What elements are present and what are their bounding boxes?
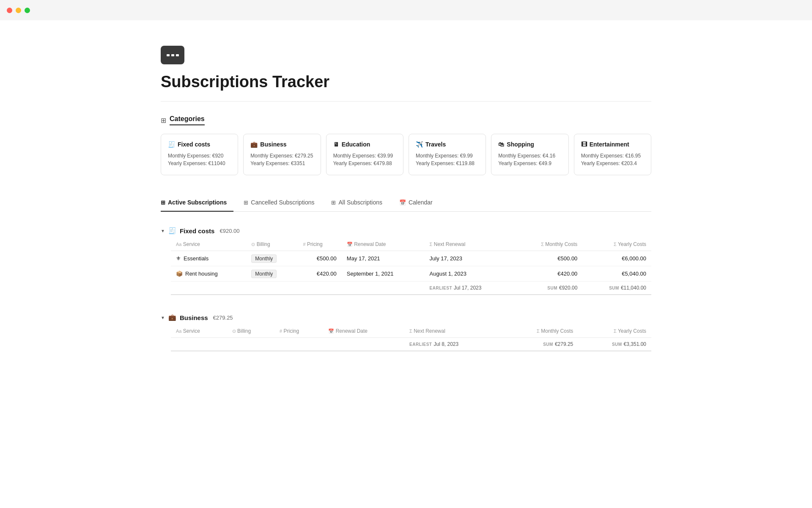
tab-all[interactable]: ⊞ All Subscriptions: [331, 196, 389, 212]
category-card-education[interactable]: 🖥 Education Monthly Expenses: €39.99 Yea…: [326, 134, 403, 175]
cell-next-renewal-1: August 1, 2023: [425, 266, 515, 282]
summary-next-renewal-business: EARLIESTJul 8, 2023: [404, 338, 502, 351]
tab-icon-calendar: 📅: [399, 199, 406, 206]
category-icon-shopping: 🛍: [498, 141, 504, 148]
group-business: ▼ 💼 Business €279.25 Aa Service ⊙ Billin…: [161, 309, 651, 351]
group-name-fixed-costs: Fixed costs: [180, 227, 215, 235]
service-icon-0: ⚜: [176, 255, 181, 262]
category-card-business[interactable]: 💼 Business Monthly Expenses: €279.25 Yea…: [243, 134, 321, 175]
tab-label-active: Active Subscriptions: [168, 199, 227, 206]
page-icon: [161, 46, 184, 64]
minimize-button[interactable]: [16, 8, 21, 13]
th-service: Aa Service: [171, 325, 227, 338]
summary-monthly-business: SUM€279.25: [502, 338, 578, 351]
category-monthly-fixed-costs: Monthly Expenses: €920: [168, 153, 231, 159]
title-divider: [161, 101, 651, 102]
category-icon-education: 🖥: [333, 141, 339, 148]
category-icon-fixed-costs: 🧾: [168, 141, 175, 148]
cell-monthly-0: €500.00: [515, 251, 582, 266]
category-card-entertainment[interactable]: 🎞 Entertainment Monthly Expenses: €16.95…: [574, 134, 651, 175]
maximize-button[interactable]: [25, 8, 30, 13]
tab-calendar[interactable]: 📅 Calendar: [399, 196, 439, 212]
category-yearly-travels: Yearly Expenses: €119.88: [416, 160, 479, 166]
group-fixed-costs: ▼ 🧾 Fixed costs €920.00 Aa Service ⊙ Bil…: [161, 222, 651, 295]
category-title-entertainment: 🎞 Entertainment: [581, 141, 644, 148]
close-button[interactable]: [7, 8, 12, 13]
category-icon-entertainment: 🎞: [581, 141, 587, 148]
cell-pricing-0: €500.00: [298, 251, 342, 266]
tab-label-calendar: Calendar: [409, 199, 433, 206]
titlebar: [0, 0, 812, 20]
cell-renewal-date-1: September 1, 2021: [342, 266, 425, 282]
tab-cancelled[interactable]: ⊞ Cancelled Subscriptions: [244, 196, 321, 212]
cell-monthly-1: €420.00: [515, 266, 582, 282]
category-yearly-shopping: Yearly Expenses: €49.9: [498, 160, 561, 166]
categories-title: Categories: [170, 115, 205, 125]
cell-service-1: 📦 Rent housing: [171, 266, 246, 282]
summary-next-renewal-fixed-costs: EARLIESTJul 17, 2023: [425, 282, 515, 295]
table-row[interactable]: ⚜ Essentials Monthly €500.00 May 17, 202…: [171, 251, 651, 266]
group-header-business[interactable]: ▼ 💼 Business €279.25: [161, 309, 651, 325]
category-title-education: 🖥 Education: [333, 141, 396, 148]
category-card-shopping[interactable]: 🛍 Shopping Monthly Expenses: €4.16 Yearl…: [491, 134, 568, 175]
page-title: Subscriptions Tracker: [161, 73, 651, 91]
tab-label-cancelled: Cancelled Subscriptions: [251, 199, 314, 206]
categories-grid: 🧾 Fixed costs Monthly Expenses: €920 Yea…: [161, 134, 651, 175]
th-next-renewal: Σ Next Renewal: [425, 238, 515, 251]
category-yearly-fixed-costs: Yearly Expenses: €11040: [168, 160, 231, 166]
summary-yearly-fixed-costs: SUM€11,040.00: [582, 282, 651, 295]
th-next-renewal: Σ Next Renewal: [404, 325, 502, 338]
category-monthly-business: Monthly Expenses: €279.25: [250, 153, 313, 159]
category-icon-business: 💼: [250, 141, 258, 148]
cell-pricing-1: €420.00: [298, 266, 342, 282]
cell-renewal-date-0: May 17, 2021: [342, 251, 425, 266]
category-card-travels[interactable]: ✈️ Travels Monthly Expenses: €9.99 Yearl…: [409, 134, 486, 175]
th-yearly-costs: Σ Yearly Costs: [582, 238, 651, 251]
th-renewal-date: 📅 Renewal Date: [342, 238, 425, 251]
cell-yearly-1: €5,040.00: [582, 266, 651, 282]
th-pricing: # Pricing: [298, 238, 342, 251]
summary-row-business: EARLIESTJul 8, 2023 SUM€279.25 SUM€3,351…: [171, 338, 651, 351]
th-billing: ⊙ Billing: [227, 325, 274, 338]
th-service: Aa Service: [171, 238, 246, 251]
category-yearly-business: Yearly Expenses: €3351: [250, 160, 313, 166]
categories-header: ⊞ Categories: [161, 115, 651, 125]
group-arrow-fixed-costs: ▼: [161, 229, 165, 233]
th-billing: ⊙ Billing: [246, 238, 298, 251]
group-icon-fixed-costs: 🧾: [168, 227, 176, 235]
page-content: Subscriptions Tracker ⊞ Categories 🧾 Fix…: [110, 20, 702, 390]
tab-icon-all: ⊞: [331, 199, 336, 206]
table-fixed-costs: Aa Service ⊙ Billing # Pricing 📅 Renewal…: [171, 238, 651, 295]
category-title-travels: ✈️ Travels: [416, 141, 479, 148]
table-row[interactable]: 📦 Rent housing Monthly €420.00 September…: [171, 266, 651, 282]
th-monthly-costs: Σ Monthly Costs: [502, 325, 578, 338]
group-icon-business: 💼: [168, 314, 176, 321]
tab-icon-active: ⊞: [161, 199, 165, 206]
th-yearly-costs: Σ Yearly Costs: [578, 325, 651, 338]
cell-billing-1: Monthly: [246, 266, 298, 282]
th-renewal-date: 📅 Renewal Date: [323, 325, 404, 338]
tab-active[interactable]: ⊞ Active Subscriptions: [161, 196, 233, 212]
table-business: Aa Service ⊙ Billing # Pricing 📅 Renewal…: [171, 325, 651, 351]
category-yearly-education: Yearly Expenses: €479.88: [333, 160, 396, 166]
service-icon-1: 📦: [176, 271, 183, 277]
tab-icon-cancelled: ⊞: [244, 199, 248, 206]
group-amount-business: €279.25: [213, 315, 233, 321]
cell-next-renewal-0: July 17, 2023: [425, 251, 515, 266]
group-arrow-business: ▼: [161, 315, 165, 320]
category-monthly-education: Monthly Expenses: €39.99: [333, 153, 396, 159]
categories-icon: ⊞: [161, 116, 166, 124]
category-card-fixed-costs[interactable]: 🧾 Fixed costs Monthly Expenses: €920 Yea…: [161, 134, 238, 175]
cell-yearly-0: €6,000.00: [582, 251, 651, 266]
th-pricing: # Pricing: [274, 325, 323, 338]
th-monthly-costs: Σ Monthly Costs: [515, 238, 582, 251]
cell-billing-0: Monthly: [246, 251, 298, 266]
category-title-fixed-costs: 🧾 Fixed costs: [168, 141, 231, 148]
tabs-bar: ⊞ Active Subscriptions ⊞ Cancelled Subsc…: [161, 196, 651, 212]
group-header-fixed-costs[interactable]: ▼ 🧾 Fixed costs €920.00: [161, 222, 651, 238]
category-monthly-entertainment: Monthly Expenses: €16.95: [581, 153, 644, 159]
category-yearly-entertainment: Yearly Expenses: €203.4: [581, 160, 644, 166]
summary-yearly-business: SUM€3,351.00: [578, 338, 651, 351]
group-name-business: Business: [180, 314, 208, 321]
category-monthly-travels: Monthly Expenses: €9.99: [416, 153, 479, 159]
